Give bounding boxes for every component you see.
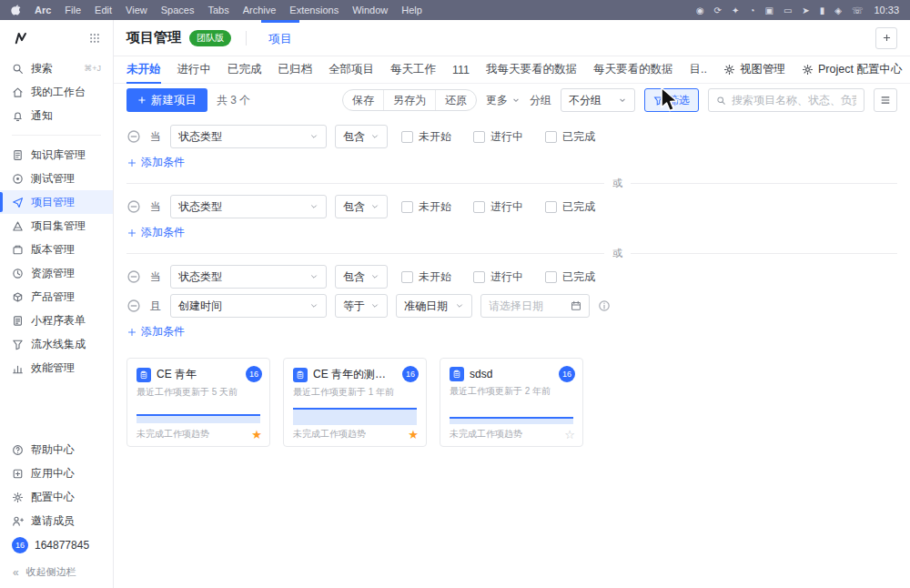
group-select[interactable]: 不分组: [561, 88, 635, 112]
project-card[interactable]: CE 青年16最近工作项更新于 5 天前未完成工作项趋势★: [126, 358, 270, 447]
checkbox-未开始[interactable]: 未开始: [401, 199, 451, 215]
sidebar-item-apps[interactable]: 应用中心: [0, 461, 113, 485]
list-view-button[interactable]: [874, 88, 897, 112]
view-tab-4[interactable]: 已归档: [278, 56, 313, 83]
tab-project[interactable]: 项目: [261, 20, 299, 56]
menu-item-archive[interactable]: Archive: [243, 5, 277, 15]
view-tab-8[interactable]: 我每天要看的数据: [486, 56, 577, 83]
remove-condition-icon[interactable]: [126, 269, 141, 284]
checkbox-进行中[interactable]: 进行中: [473, 129, 523, 145]
add-condition-button[interactable]: 添加条件: [127, 225, 185, 240]
date-picker-input[interactable]: 请选择日期: [480, 294, 590, 318]
phone-icon[interactable]: ☏: [852, 5, 864, 15]
user-account[interactable]: 16 164877845: [0, 532, 113, 558]
more-dropdown[interactable]: 更多: [486, 93, 521, 108]
sidebar-item-bell[interactable]: 通知: [0, 104, 113, 127]
view-tab-6[interactable]: 每天工作: [390, 56, 436, 83]
checkbox-已完成[interactable]: 已完成: [545, 199, 595, 215]
pipeline-icon: [12, 339, 24, 350]
sidebar-item-program[interactable]: 项目集管理: [0, 214, 113, 238]
field-select[interactable]: 创建时间: [170, 294, 327, 318]
checkbox-进行中[interactable]: 进行中: [473, 199, 523, 215]
menu-item-tabs[interactable]: Tabs: [207, 5, 228, 15]
widget-icon[interactable]: ◈: [834, 5, 842, 15]
remove-condition-icon[interactable]: [126, 199, 141, 214]
checkbox-已完成[interactable]: 已完成: [545, 129, 595, 145]
collapse-sidebar-button[interactable]: « 收起侧边栏: [0, 558, 113, 581]
project-card[interactable]: sdsd16最近工作项更新于 2 年前未完成工作项趋势☆: [440, 358, 583, 447]
field-select[interactable]: 状态类型: [170, 125, 327, 148]
menu-item-arc[interactable]: Arc: [35, 5, 51, 15]
operator-select[interactable]: 等于: [335, 294, 388, 318]
favorite-star-icon[interactable]: ☆: [564, 429, 575, 441]
header-action-2[interactable]: Project 配置中心: [802, 62, 902, 77]
save-action-3[interactable]: 还原: [436, 90, 476, 110]
operator-select[interactable]: 包含: [335, 265, 388, 289]
filter-button[interactable]: 筛选: [644, 88, 699, 112]
checkbox-未开始[interactable]: 未开始: [401, 269, 451, 285]
sidebar-item-doc[interactable]: 知识库管理: [0, 143, 113, 167]
volume-icon[interactable]: ▮: [820, 5, 825, 15]
sidebar-item-help[interactable]: 帮助中心: [0, 438, 113, 461]
sidebar-item-product[interactable]: 产品管理: [0, 285, 113, 309]
menubar-clock[interactable]: 10:33: [874, 5, 899, 15]
checkbox-未开始[interactable]: 未开始: [401, 129, 451, 145]
search-input[interactable]: [732, 94, 856, 106]
sidebar-item-form[interactable]: 小程序表单: [0, 309, 113, 332]
sidebar-item-resource[interactable]: 资源管理: [0, 261, 113, 285]
save-action-2[interactable]: 另存为: [384, 90, 436, 110]
sidebar-item-search[interactable]: 搜索⌘+J: [0, 56, 113, 80]
menu-item-extensions[interactable]: Extensions: [289, 5, 339, 15]
view-tab-10[interactable]: 目..: [690, 56, 707, 83]
operator-select[interactable]: 包含: [335, 195, 388, 218]
view-tab-2[interactable]: 进行中: [177, 56, 212, 83]
checkbox-已完成[interactable]: 已完成: [545, 269, 595, 285]
menu-item-file[interactable]: File: [65, 5, 81, 15]
favorite-star-icon[interactable]: ★: [251, 429, 262, 441]
menu-item-spaces[interactable]: Spaces: [161, 5, 195, 15]
field-select[interactable]: 状态类型: [170, 195, 327, 218]
sidebar-item-perf[interactable]: 效能管理: [0, 356, 113, 380]
extension-icon[interactable]: ✦: [732, 5, 739, 15]
sidebar-item-version[interactable]: 版本管理: [0, 238, 113, 261]
menu-item-edit[interactable]: Edit: [95, 5, 112, 15]
date-mode-select[interactable]: 准确日期: [396, 294, 472, 318]
sync-icon[interactable]: ⟳: [714, 5, 722, 15]
favorite-star-icon[interactable]: ★: [408, 429, 419, 441]
view-tab-3[interactable]: 已完成: [228, 56, 262, 83]
location-icon[interactable]: ➤: [802, 5, 809, 15]
sidebar-item-project[interactable]: 项目管理: [0, 190, 113, 214]
add-tab-button[interactable]: [875, 27, 897, 49]
project-card[interactable]: CE 青年的测试项目16最近工作项更新于 1 年前未完成工作项趋势★: [283, 358, 427, 447]
display-icon[interactable]: ▣: [764, 5, 773, 15]
new-project-button[interactable]: 新建项目: [126, 88, 207, 112]
clock-icon[interactable]: ◔: [749, 5, 754, 15]
menu-item-window[interactable]: Window: [352, 5, 388, 15]
battery-icon[interactable]: ▭: [784, 5, 792, 15]
remove-condition-icon[interactable]: [126, 299, 141, 313]
checkbox-进行中[interactable]: 进行中: [473, 269, 523, 285]
view-tab-7[interactable]: 111: [452, 56, 470, 83]
checkbox-box: [401, 131, 413, 143]
view-tab-5[interactable]: 全部项目: [329, 56, 374, 83]
sidebar-item-test[interactable]: 测试管理: [0, 167, 113, 190]
sidebar-item-pipeline[interactable]: 流水线集成: [0, 332, 113, 356]
sidebar-item-invite[interactable]: 邀请成员: [0, 509, 113, 532]
field-select[interactable]: 状态类型: [170, 265, 327, 289]
app-switcher-grid-icon[interactable]: [89, 33, 100, 44]
sidebar-item-home[interactable]: 我的工作台: [0, 80, 113, 104]
add-condition-button[interactable]: 添加条件: [127, 155, 185, 170]
operator-select[interactable]: 包含: [335, 125, 388, 148]
add-condition-button[interactable]: 添加条件: [127, 324, 185, 340]
menu-item-view[interactable]: View: [126, 5, 147, 15]
app-logo[interactable]: [13, 31, 29, 46]
menu-item-help[interactable]: Help: [401, 5, 422, 15]
view-tab-1[interactable]: 未开始: [126, 56, 161, 83]
save-action-1[interactable]: 保存: [343, 90, 384, 110]
apple-icon[interactable]: [11, 4, 22, 16]
remove-condition-icon[interactable]: [126, 129, 141, 144]
record-icon[interactable]: ◉: [696, 5, 704, 15]
sidebar-item-gear[interactable]: 配置中心: [0, 485, 113, 509]
header-action-1[interactable]: 视图管理: [723, 62, 785, 77]
view-tab-9[interactable]: 每天要看的数据: [593, 56, 673, 83]
